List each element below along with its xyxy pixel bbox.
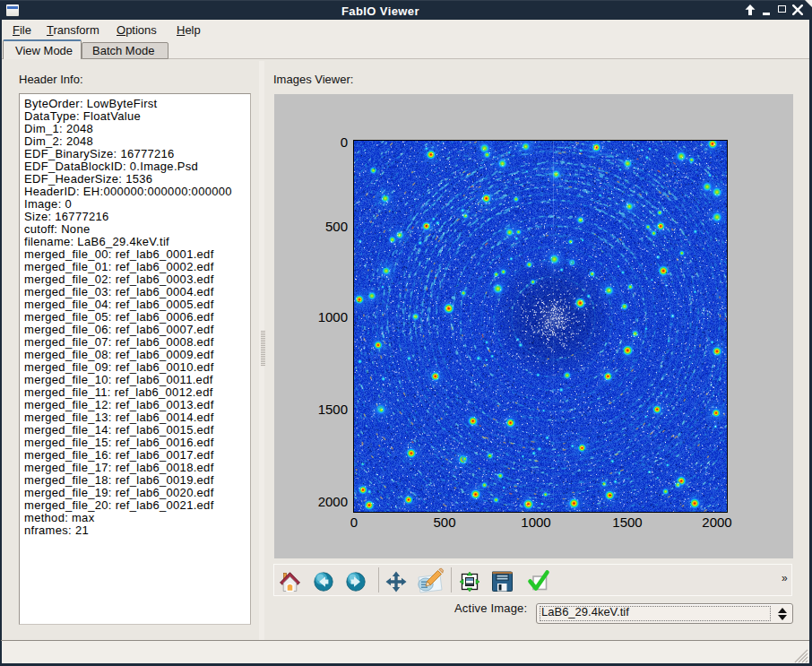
svg-text:»: »: [782, 572, 788, 584]
